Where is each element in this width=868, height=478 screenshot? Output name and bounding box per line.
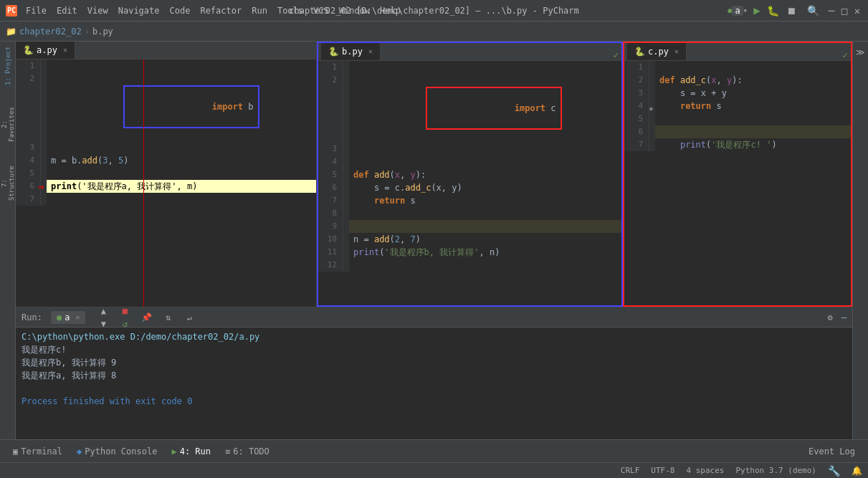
status-python[interactable]: Python 3.7 (demo)	[735, 466, 816, 475]
run-line-0: C:\python\python.exe D:/demo/chapter02_0…	[22, 330, 846, 343]
left-sidebar: 1: Project 2: Favorites 7: Structure	[0, 42, 16, 439]
window-title: chapter02_02 [D:\demo\chapter02_02] — ..…	[289, 6, 579, 16]
run-output-3: 我是程序a, 我计算得 8	[22, 371, 116, 381]
sidebar-item-favorites[interactable]: 2: Favorites	[1, 103, 15, 146]
maximize-button[interactable]: □	[839, 6, 849, 16]
run-tool-label: 4: Run	[180, 446, 211, 457]
menu-run[interactable]: Run	[247, 4, 272, 17]
bp-a-1	[41, 59, 47, 72]
right-sidebar: ≫	[852, 42, 868, 439]
tab-c-close[interactable]: ✕	[674, 47, 679, 55]
menu-file[interactable]: File	[22, 4, 51, 17]
bottom-toolbar: ▣ Terminal ◆ Python Console ▶ 4: Run ≡ 6…	[0, 439, 868, 462]
code-line-c-1: 1	[624, 61, 851, 74]
debug-button[interactable]: 🐛	[768, 6, 778, 16]
code-line-c-2: 2 def add_c(x, y):	[624, 74, 851, 87]
breadcrumb-sep: ›	[85, 27, 90, 37]
status-line-ending[interactable]: CRLF	[621, 466, 640, 475]
titlebar: PC File Edit View Navigate Code Refactor…	[0, 0, 868, 21]
menu-refactor[interactable]: Refactor	[196, 4, 246, 17]
tab-a-py[interactable]: 🐍 a.py ✕	[16, 42, 75, 59]
code-line-b-8: 8	[318, 207, 621, 220]
sidebar-right-icon[interactable]: ≫	[854, 44, 867, 60]
terminal-label: Terminal	[21, 446, 62, 457]
code-line-c-3: 3 s = x + y	[624, 87, 851, 100]
code-line-a-7: 7	[16, 193, 316, 206]
file-icon-b: 🐍	[328, 47, 339, 57]
file-icon-c: 🐍	[634, 47, 645, 57]
code-area-a[interactable]: 1 2 import b	[16, 59, 316, 307]
pane-a-tabs: 🐍 a.py ✕	[16, 42, 316, 59]
pane-b-tabs: 🐍 b.py ✕ ✓	[318, 43, 621, 61]
line-content-a-6: print('我是程序a, 我计算得', m)	[47, 180, 316, 193]
breakpoint-indicator: ◉	[649, 102, 653, 115]
menu-view[interactable]: View	[83, 4, 113, 17]
bp-a-2	[41, 72, 47, 141]
line-num-a-5: 5	[16, 167, 41, 180]
bp-a-6: ⇒	[41, 180, 47, 193]
line-content-a-1	[47, 59, 316, 72]
breadcrumb-file[interactable]: b.py	[92, 27, 113, 37]
line-content-a-2: import b	[47, 72, 316, 141]
code-line-b-4: 4	[318, 156, 621, 168]
python-console-icon: ◆	[77, 446, 82, 457]
run-line-3: 我是程序a, 我计算得 8	[22, 369, 846, 382]
run-output-1: 我是程序c!	[22, 345, 66, 355]
sidebar-item-project[interactable]: 1: Project	[1, 44, 15, 87]
status-encoding[interactable]: UTF-8	[651, 466, 674, 475]
stop-button[interactable]: ⏹	[786, 6, 796, 16]
editor-pane-b: 🐍 b.py ✕ ✓ 1 2 import c	[317, 42, 623, 307]
line-content-a-5	[47, 167, 316, 180]
menu-code[interactable]: Code	[166, 4, 195, 17]
search-button[interactable]: 🔍	[808, 6, 818, 16]
editors-container: 🐍 a.py ✕ 1 2	[16, 42, 852, 307]
tab-b-py[interactable]: 🐍 b.py ✕	[321, 42, 381, 60]
code-line-a-4: 4 m = b.add(3, 5)	[16, 154, 316, 167]
status-git-icon: 🔧	[828, 465, 840, 477]
todo-button[interactable]: ≡ 6: TODO	[218, 444, 277, 459]
code-area-b[interactable]: 1 2 import c 3 4	[318, 61, 621, 305]
code-line-a-5: 5	[16, 167, 316, 180]
terminal-button[interactable]: ▣ Terminal	[6, 444, 70, 459]
annotation-box-import-c: import c	[426, 87, 561, 130]
tab-c-py[interactable]: 🐍 c.py ✕	[627, 42, 687, 60]
breadcrumb-bar: 📁 chapter02_02 › b.py	[0, 21, 868, 42]
code-area-c[interactable]: 1 2 def add_c(x, y): 3 s = x + y 4 ◉	[624, 61, 851, 305]
run-pin-btn[interactable]: 📌	[140, 311, 153, 324]
terminal-icon: ▣	[13, 446, 18, 457]
breadcrumb-project[interactable]: chapter02_02	[19, 27, 82, 37]
run-close-icon[interactable]: —	[841, 312, 846, 322]
tab-b-label: b.py	[342, 47, 363, 57]
editor-pane-a: 🐍 a.py ✕ 1 2	[16, 42, 317, 307]
tick-c: ✓	[843, 50, 848, 60]
run-tab-close[interactable]: ✕	[75, 313, 80, 321]
tab-b-close[interactable]: ✕	[368, 47, 373, 55]
main-layout: 1: Project 2: Favorites 7: Structure 🐍 a…	[0, 42, 868, 439]
code-line-a-6: 6 ⇒ print('我是程序a, 我计算得', m)	[16, 180, 316, 193]
todo-label: 6: TODO	[233, 446, 270, 457]
event-log-button[interactable]: Event Log	[801, 444, 862, 459]
python-console-button[interactable]: ◆ Python Console	[70, 444, 164, 459]
tab-a-close[interactable]: ✕	[63, 46, 67, 54]
editor-pane-c: 🐍 c.py ✕ ✓ 1 2 def add_c(x, y): 3	[623, 42, 852, 307]
status-indent[interactable]: 4 spaces	[686, 466, 724, 475]
code-line-a-2: 2 import b	[16, 72, 316, 141]
menu-edit[interactable]: Edit	[52, 4, 82, 17]
code-line-b-11: 11 print('我是程序b, 我计算得', n)	[318, 246, 621, 259]
sidebar-item-structure[interactable]: 7: Structure	[1, 162, 15, 205]
menu-navigate[interactable]: Navigate	[114, 4, 164, 17]
code-line-b-9: 9	[318, 220, 621, 233]
run-settings-icon[interactable]: ⚙	[828, 312, 833, 322]
run-wrap-btn[interactable]: ↵	[183, 311, 196, 324]
run-tab-a[interactable]: ● a ✕	[51, 311, 86, 324]
minimize-button[interactable]: ─	[826, 6, 836, 16]
run-button[interactable]: ▶	[752, 6, 762, 16]
run-tool-button[interactable]: ▶ 4: Run	[164, 444, 218, 459]
run-line-4	[22, 382, 846, 395]
run-config-dropdown[interactable]: ● a ▾	[732, 6, 743, 16]
bp-c-4: ◉	[649, 100, 655, 113]
run-sort-btn[interactable]: ⇅	[161, 311, 174, 324]
line-content-a-7	[47, 193, 316, 206]
close-button[interactable]: ✕	[852, 6, 862, 16]
code-line-c-5: 5	[624, 113, 851, 125]
